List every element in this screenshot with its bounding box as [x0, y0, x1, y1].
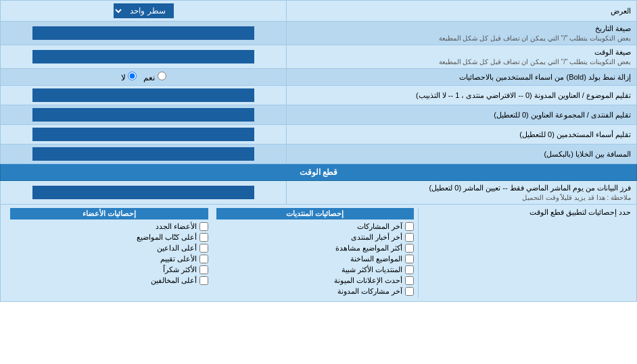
username-align-title: تقليم أسماء المستخدمين (0 للتعطيل): [519, 130, 631, 138]
col1-check-1[interactable]: [405, 233, 414, 242]
col1-item-2: أكثر المواضيع مشاهدة: [216, 244, 414, 253]
col1-label-2: أكثر المواضيع مشاهدة: [335, 244, 402, 253]
col1-label-4: المنتديات الأكثر شبية: [341, 265, 402, 274]
col1-item-0: آخر المشاركات: [216, 222, 414, 231]
col1-check-4[interactable]: [405, 265, 414, 274]
col1-section: إحصائيات المنتديات آخر المشاركات أخر أخب…: [212, 208, 419, 298]
col2-title-text: إحصائيات الأعضاء: [82, 209, 136, 217]
col2-section: إحصائيات الأعضاء الأعضاء الجدد أعلى كتّا…: [6, 208, 212, 298]
cutoff-section-title: قطع الوقت: [300, 167, 337, 177]
cell-spacing-label: المسافة بين الخلايا (بالبكسل): [287, 145, 637, 164]
bold-yes-label: نعم: [143, 72, 166, 82]
col2-item-5: أعلى المخالفين: [10, 276, 208, 285]
col1-label-3: المواضيع الساخنة: [350, 255, 402, 263]
col1-title: إحصائيات المنتديات: [216, 208, 414, 219]
stats-apply-text: حدد إحصائيات لتطبيق قطع الوقت: [529, 208, 631, 216]
col1-check-6[interactable]: [405, 287, 414, 296]
col1-check-0[interactable]: [405, 222, 414, 231]
col1-item-6: آخر مشاركات المدونة: [216, 287, 414, 296]
date-format-input[interactable]: d-m: [32, 26, 254, 40]
col1-title-text: إحصائيات المنتديات: [286, 209, 344, 217]
bold-radio-cell: نعم لا: [1, 69, 287, 86]
cutoff-input[interactable]: 0: [32, 186, 254, 199]
bold-no-text: لا: [121, 73, 126, 82]
col1-item-3: المواضيع الساخنة: [216, 255, 414, 263]
bold-no-radio[interactable]: [128, 72, 137, 80]
col2-check-2[interactable]: [199, 244, 208, 253]
dropdown-cell: سطر واحدسطرينثلاثة أسطر: [1, 1, 287, 22]
cutoff-input-cell: 0: [1, 181, 287, 205]
time-format-input-cell: H:i: [1, 45, 287, 69]
col1-check-3[interactable]: [405, 255, 414, 263]
col1-item-5: أحدث الإعلانات الميونة: [216, 276, 414, 285]
col2-label-2: أعلى الداعين: [157, 244, 197, 253]
col1-label-1: أخر أخبار المنتدى: [351, 233, 402, 242]
col2-label-1: أعلى كتّاب المواضيع: [137, 233, 197, 242]
bold-title: إزالة نمط بولد (Bold) من اسماء المستخدمي…: [459, 73, 631, 81]
time-format-label: صيغة الوقت بعض التكوينات يتطلب "/" التي …: [287, 45, 637, 69]
date-format-title: صيغة التاريخ: [595, 24, 631, 32]
time-format-input[interactable]: H:i: [32, 50, 254, 63]
col2-check-4[interactable]: [199, 265, 208, 274]
col2-label-5: أعلى المخالفين: [151, 276, 197, 285]
display-select[interactable]: سطر واحدسطرينثلاثة أسطر: [114, 3, 174, 18]
forum-align-title: تقليم الفنتدى / المجموعة العناوين (0 للت…: [494, 111, 631, 119]
col1-label-5: أحدث الإعلانات الميونة: [334, 276, 402, 285]
col2-check-3[interactable]: [199, 255, 208, 263]
username-align-input-cell: 0: [1, 125, 287, 145]
cell-spacing-input-cell: 2: [1, 145, 287, 164]
col2-label-4: الأكثر شكراً: [163, 265, 197, 274]
username-align-label: تقليم أسماء المستخدمين (0 للتعطيل): [287, 125, 637, 145]
col1-check-2[interactable]: [405, 244, 414, 253]
cutoff-note: ملاحظة : هذا قد يزيد قليلاً وقت التحميل: [292, 194, 631, 201]
cutoff-label: فرز البيانات من يوم الماشر الماضي فقط --…: [287, 181, 637, 205]
stats-apply-label: حدد إحصائيات لتطبيق قطع الوقت: [419, 208, 631, 298]
col2-item-4: الأكثر شكراً: [10, 265, 208, 274]
date-format-label: صيغة التاريخ بعض التكوينات يتطلب "/" الت…: [287, 22, 637, 45]
col1-check-5[interactable]: [405, 276, 414, 285]
page-title: العرض: [611, 7, 631, 15]
col2-check-1[interactable]: [199, 233, 208, 242]
date-format-input-cell: d-m: [1, 22, 287, 45]
col2-item-2: أعلى الداعين: [10, 244, 208, 253]
col2-item-1: أعلى كتّاب المواضيع: [10, 233, 208, 242]
topic-align-input-cell: 33: [1, 86, 287, 105]
cutoff-section-header: قطع الوقت: [1, 164, 637, 181]
topic-align-label: تقليم الموضوع / العناوين المدونة (0 -- ا…: [287, 86, 637, 105]
date-format-note: بعض التكوينات يتطلب "/" التي يمكن ان تضا…: [292, 34, 631, 42]
cell-spacing-input[interactable]: 2: [32, 147, 254, 161]
col2-label-3: الأعلى تقييم: [160, 255, 197, 263]
topic-align-title: تقليم الموضوع / العناوين المدونة (0 -- ا…: [416, 91, 631, 99]
col2-check-0[interactable]: [199, 222, 208, 231]
col2-item-3: الأعلى تقييم: [10, 255, 208, 263]
cutoff-title: فرز البيانات من يوم الماشر الماضي فقط --…: [429, 184, 631, 192]
col1-label-0: آخر المشاركات: [357, 222, 402, 231]
col1-item-4: المنتديات الأكثر شبية: [216, 265, 414, 274]
forum-align-input[interactable]: 33: [32, 108, 254, 122]
col1-label-6: آخر مشاركات المدونة: [337, 287, 402, 296]
username-align-input[interactable]: 0: [32, 128, 254, 141]
col1-item-1: أخر أخبار المنتدى: [216, 233, 414, 242]
display-label: العرض: [287, 1, 637, 22]
stats-apply-row: حدد إحصائيات لتطبيق قطع الوقت إحصائيات ا…: [1, 205, 637, 302]
forum-align-input-cell: 33: [1, 105, 287, 125]
forum-align-label: تقليم الفنتدى / المجموعة العناوين (0 للت…: [287, 105, 637, 125]
col2-item-0: الأعضاء الجدد: [10, 222, 208, 231]
topic-align-input[interactable]: 33: [32, 88, 254, 102]
cell-spacing-title: المسافة بين الخلايا (بالبكسل): [544, 150, 632, 158]
bold-label: إزالة نمط بولد (Bold) من اسماء المستخدمي…: [287, 69, 637, 86]
bold-yes-text: نعم: [143, 73, 155, 82]
col2-check-5[interactable]: [199, 276, 208, 285]
col2-title: إحصائيات الأعضاء: [10, 208, 208, 219]
time-format-note: بعض التكوينات يتطلب "/" التي يمكن ان تضا…: [292, 58, 631, 66]
time-format-title: صيغة الوقت: [594, 48, 631, 56]
bold-no-label: لا: [121, 72, 137, 82]
bold-yes-radio[interactable]: [158, 72, 166, 80]
col2-label-0: الأعضاء الجدد: [156, 222, 197, 231]
